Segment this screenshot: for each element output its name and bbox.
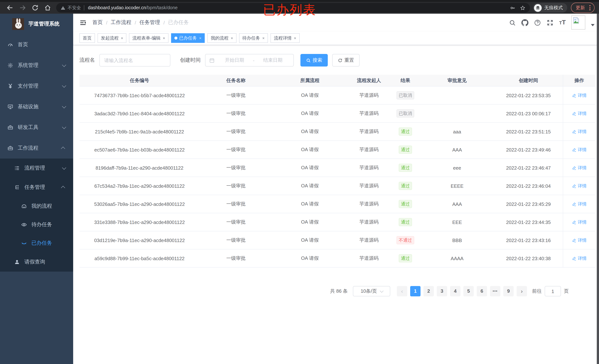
navbar-github-button[interactable] [522,19,529,26]
list-icon [14,165,20,171]
sidebar-item-label: 首页 [18,41,28,48]
sidebar-item-process-management[interactable]: 流程管理 [0,159,73,178]
tab-close-icon[interactable]: × [294,36,296,40]
detail-link[interactable]: 详情 [572,255,587,261]
tab-process-detail[interactable]: 流程详情× [271,33,300,43]
browser-menu-icon[interactable] [588,5,592,10]
detail-link[interactable]: 详情 [572,183,587,189]
cell-task-id: ec507ae6-7b9a-11ec-b03b-acde48001122 [79,147,200,152]
tab-start-process[interactable]: 发起流程× [97,33,127,43]
sidebar-fold-button[interactable] [79,19,87,26]
password-key-icon[interactable] [510,5,515,10]
range-separator: - [253,57,255,63]
sidebar-item-home[interactable]: 首页 [0,34,73,55]
page-button-5[interactable]: 5 [463,286,474,296]
tab-todo-tasks[interactable]: 待办任务× [239,33,268,43]
search-button[interactable]: 搜索 [300,54,328,67]
detail-link[interactable]: 详情 [572,219,587,225]
cell-result: 已取消 [391,109,420,117]
sidebar-item-payment-management[interactable]: 支付管理 [0,76,73,97]
breadcrumb-item[interactable]: 首页 [92,19,103,26]
browser-forward-button[interactable] [19,4,26,11]
edit-pencil-icon [572,147,576,152]
user-avatar[interactable] [571,16,585,30]
detail-link[interactable]: 详情 [572,110,587,116]
cell-task-id: 215cf4e5-7b9b-11ec-9a1b-acde48001122 [79,129,200,134]
sidebar-item-workflow[interactable]: 工作流程 [0,138,73,159]
tab-label: 我的流程 [211,34,229,43]
window-scrollbar[interactable] [597,14,599,364]
tab-close-icon[interactable]: × [231,36,233,40]
browser-reload-button[interactable] [31,4,39,11]
sidebar-item-dev-tools[interactable]: 研发工具 [0,117,73,138]
navbar-fullscreen-button[interactable] [547,19,554,26]
tab-close-icon[interactable]: × [121,36,123,40]
cell-starter: 芋道源码 [347,92,391,99]
detail-link[interactable]: 详情 [572,147,587,153]
sidebar-item-label: 任务管理 [24,184,45,191]
navbar-help-button[interactable] [534,19,541,26]
date-range-picker[interactable]: 开始日期 - 结束日期 [205,54,294,67]
detail-link[interactable]: 详情 [572,92,587,98]
page-button-9[interactable]: 9 [503,286,514,296]
tab-home[interactable]: 首页 [79,33,95,43]
sidebar-item-infrastructure[interactable]: 基础设施 [0,97,73,117]
sidebar-item-my-process[interactable]: 我的流程 [0,197,73,215]
tab-done-tasks[interactable]: 已办任务× [171,33,205,43]
edit-pencil-icon [572,220,576,224]
breadcrumb-item[interactable]: 任务管理 [140,19,160,26]
process-name-input[interactable] [99,54,170,67]
tab-close-icon[interactable]: × [163,36,165,40]
cell-process: OA 请假 [272,237,347,244]
browser-update-button[interactable]: 更新 [571,3,595,13]
cell-actions: 详情 [563,249,595,267]
avatar-caret-icon[interactable] [591,24,595,26]
edit-pencil-icon [572,93,576,98]
breadcrumb-item[interactable]: 工作流程 [111,19,131,26]
bookmark-star-icon[interactable] [520,5,526,10]
detail-link[interactable]: 详情 [572,237,587,243]
navbar-search-button[interactable] [509,19,516,26]
tab-close-icon[interactable]: × [199,36,202,40]
chevron-down-icon [62,83,66,88]
tab-close-icon[interactable]: × [262,36,265,40]
sidebar-item-system-management[interactable]: 系统管理 [0,55,73,76]
tab-label: 流程表单-编辑 [132,34,160,43]
sidebar-item-task-management[interactable]: 任务管理 [0,178,73,197]
navbar-fontsize-button[interactable]: TT [559,19,566,27]
page-button-3[interactable]: 3 [437,286,447,296]
result-badge: 通过 [399,127,412,136]
cell-result: 已取消 [391,91,420,99]
reset-button[interactable]: 重置 [332,54,360,67]
app-title: 芋道管理系统 [28,21,60,27]
face-icon [21,203,27,209]
page-ellipsis-button[interactable]: ••• [490,286,500,296]
column-header: 结果 [391,77,420,84]
page-size-select[interactable]: 10条/页 [353,286,390,296]
detail-link[interactable]: 详情 [572,165,587,171]
sidebar-logo[interactable]: 芋道管理系统 [0,14,73,34]
page-button-4[interactable]: 4 [450,286,460,296]
next-page-button[interactable]: › [517,286,527,296]
detail-link[interactable]: 详情 [572,128,587,135]
cell-starter: 芋道源码 [347,201,391,207]
page-button-1[interactable]: 1 [410,286,421,296]
goto-page-input[interactable] [545,286,561,296]
sidebar-item-leave-query[interactable]: 请假查询 [0,252,73,272]
sidebar-item-todo-tasks[interactable]: 待办任务 [0,215,73,234]
browser-back-button[interactable] [6,4,14,11]
page-button-6[interactable]: 6 [477,286,487,296]
browser-home-button[interactable] [44,4,51,11]
edit-pencil-icon [572,202,576,206]
prev-page-button[interactable]: ‹ [397,286,407,296]
page-button-2[interactable]: 2 [423,286,434,296]
breadcrumb-separator: / [106,20,107,25]
tab-my-process[interactable]: 我的流程× [208,33,237,43]
cell-actions: 详情 [563,177,595,195]
detail-link[interactable]: 详情 [572,201,587,207]
cell-task-name: 一级审批 [200,128,272,135]
tab-process-form-edit[interactable]: 流程表单-编辑× [129,33,168,43]
cell-starter: 芋道源码 [347,237,391,244]
cell-create-time: 2022-01-23 00:06:17 [494,111,563,116]
sidebar-item-done-tasks[interactable]: 已办任务 [0,234,73,252]
